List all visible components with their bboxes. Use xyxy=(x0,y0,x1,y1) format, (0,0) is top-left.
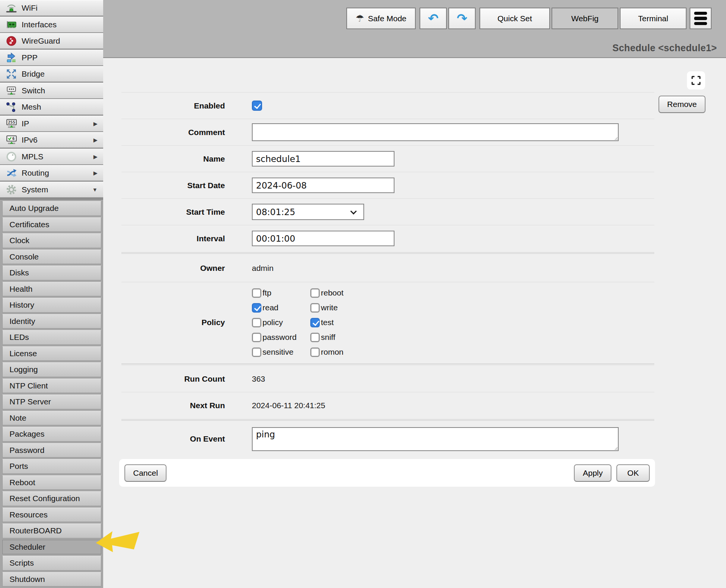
sidebar-item-shutdown[interactable]: Shutdown xyxy=(2,572,101,587)
mpls-icon xyxy=(4,151,19,163)
sidebar-item-packages[interactable]: Packages xyxy=(2,427,101,442)
reboot-checkbox[interactable] xyxy=(310,288,320,298)
owner-row: Owner admin xyxy=(121,255,654,282)
sidebar-item-scheduler[interactable]: Scheduler xyxy=(2,540,101,555)
sidebar-item-label: Routing xyxy=(22,168,49,178)
password-checkbox[interactable] xyxy=(252,333,261,342)
interval-input[interactable] xyxy=(252,231,394,246)
policy-option-read: read xyxy=(252,303,310,313)
policy-row: Policy ftp read polic xyxy=(121,282,654,363)
sidebar-item-system[interactable]: System ▼ xyxy=(0,182,103,197)
sidebar-item-label: Ports xyxy=(9,462,28,471)
form-button-bar: Cancel Apply OK xyxy=(119,459,655,487)
sidebar-item-interfaces[interactable]: Interfaces xyxy=(0,17,103,32)
romon-checkbox[interactable] xyxy=(310,347,320,357)
start-date-label: Start Date xyxy=(121,181,225,190)
name-input[interactable] xyxy=(252,151,394,167)
sidebar-item-health[interactable]: Health xyxy=(2,282,101,297)
tab-terminal[interactable]: Terminal xyxy=(620,8,687,29)
test-checkbox[interactable] xyxy=(310,318,320,327)
sniff-checkbox[interactable] xyxy=(310,333,320,342)
sidebar-item-leds[interactable]: LEDs xyxy=(2,330,101,345)
sidebar-item-logging[interactable]: Logging xyxy=(2,362,101,377)
hamburger-menu-button[interactable] xyxy=(690,8,712,29)
cancel-button[interactable]: Cancel xyxy=(124,464,167,482)
start-time-value: 08:01:25 xyxy=(256,207,295,217)
chevron-right-icon: ▶ xyxy=(93,137,97,143)
tab-quick-set[interactable]: Quick Set xyxy=(479,8,550,29)
start-time-select[interactable]: 08:01:25 xyxy=(252,204,364,220)
sidebar-item-wifi[interactable]: WiFi xyxy=(0,0,103,16)
sidebar-item-ip[interactable]: IP ▶ xyxy=(0,116,103,131)
ftp-checkbox[interactable] xyxy=(252,288,261,298)
apply-button[interactable]: Apply xyxy=(574,464,611,482)
sidebar-item-bridge[interactable]: Bridge xyxy=(0,66,103,82)
safe-mode-button[interactable]: ☂ Safe Mode xyxy=(346,8,416,29)
sidebar-item-certificates[interactable]: Certificates xyxy=(2,217,101,232)
undo-icon: ↶ xyxy=(428,12,438,25)
enabled-checkbox[interactable] xyxy=(252,101,262,111)
sidebar-item-history[interactable]: History xyxy=(2,298,101,313)
sidebar-item-identity[interactable]: Identity xyxy=(2,314,101,329)
sidebar-item-disks[interactable]: Disks xyxy=(2,266,101,280)
sidebar-item-ipv6[interactable]: IPv6 ▶ xyxy=(0,132,103,148)
checkbox-label: test xyxy=(321,318,334,327)
sidebar-item-label: Disks xyxy=(9,268,29,277)
bridge-icon xyxy=(4,68,19,80)
sidebar-item-resources[interactable]: Resources xyxy=(2,508,101,522)
policy-option-policy: policy xyxy=(252,318,310,327)
sidebar-item-ntp-server[interactable]: NTP Server xyxy=(2,395,101,409)
sidebar-item-mpls[interactable]: MPLS ▶ xyxy=(0,149,103,164)
redo-button[interactable]: ↷ xyxy=(448,8,476,29)
on-event-input[interactable]: ping xyxy=(252,427,619,451)
read-checkbox[interactable] xyxy=(252,303,261,313)
sidebar-item-ntp-client[interactable]: NTP Client xyxy=(2,379,101,393)
start-date-row: Start Date xyxy=(121,172,654,198)
checkbox-label: romon xyxy=(321,347,344,357)
sidebar-item-reboot[interactable]: Reboot xyxy=(2,475,101,490)
sidebar-item-label: IPv6 xyxy=(22,135,38,145)
gear-icon xyxy=(4,184,19,196)
sidebar-item-label: MPLS xyxy=(22,152,43,161)
schedule-form: Enabled Comment Name Start Date xyxy=(121,92,654,487)
chevron-right-icon: ▶ xyxy=(93,170,97,176)
enabled-label: Enabled xyxy=(121,101,225,110)
sidebar-item-mesh[interactable]: Mesh xyxy=(0,99,103,115)
fullscreen-button[interactable] xyxy=(687,71,705,90)
sidebar-item-scripts[interactable]: Scripts xyxy=(2,556,101,571)
ok-button[interactable]: OK xyxy=(616,464,650,482)
comment-input[interactable] xyxy=(252,123,619,141)
policy-option-write: write xyxy=(310,303,344,313)
sidebar-item-wireguard[interactable]: WireGuard xyxy=(0,33,103,49)
sensitive-checkbox[interactable] xyxy=(252,347,261,357)
sidebar-item-routerboard[interactable]: RouterBOARD xyxy=(2,524,101,538)
sidebar-item-ports[interactable]: Ports xyxy=(2,459,101,474)
start-date-input[interactable] xyxy=(252,178,394,193)
sidebar-item-clock[interactable]: Clock xyxy=(2,233,101,248)
sidebar-item-password[interactable]: Password xyxy=(2,443,101,458)
sidebar-item-note[interactable]: Note xyxy=(2,411,101,426)
sidebar-item-label: Clock xyxy=(9,236,30,245)
checkbox-label: sensitive xyxy=(262,347,294,357)
redo-icon: ↷ xyxy=(457,12,467,25)
policy-option-sensitive: sensitive xyxy=(252,347,310,357)
checkbox-label: read xyxy=(262,303,278,312)
sidebar-item-console[interactable]: Console xyxy=(2,250,101,264)
section-divider xyxy=(121,363,654,365)
chevron-down-icon: ▼ xyxy=(92,187,97,193)
sidebar-item-license[interactable]: License xyxy=(2,346,101,361)
remove-button[interactable]: Remove xyxy=(658,96,706,113)
policy-checkbox[interactable] xyxy=(252,318,261,327)
undo-button[interactable]: ↶ xyxy=(420,8,447,29)
sidebar-item-label: Note xyxy=(9,413,26,423)
ipv6-icon xyxy=(4,134,19,146)
next-run-label: Next Run xyxy=(121,401,225,410)
checkbox-label: policy xyxy=(262,318,283,327)
sidebar-item-auto-upgrade[interactable]: Auto Upgrade xyxy=(2,201,101,216)
sidebar-item-switch[interactable]: Switch xyxy=(0,83,103,98)
sidebar-item-reset-configuration[interactable]: Reset Configuration xyxy=(2,491,101,506)
write-checkbox[interactable] xyxy=(310,303,320,313)
sidebar-item-ppp[interactable]: PPP xyxy=(0,50,103,65)
tab-webfig[interactable]: WebFig xyxy=(552,8,618,29)
sidebar-item-routing[interactable]: Routing ▶ xyxy=(0,165,103,181)
